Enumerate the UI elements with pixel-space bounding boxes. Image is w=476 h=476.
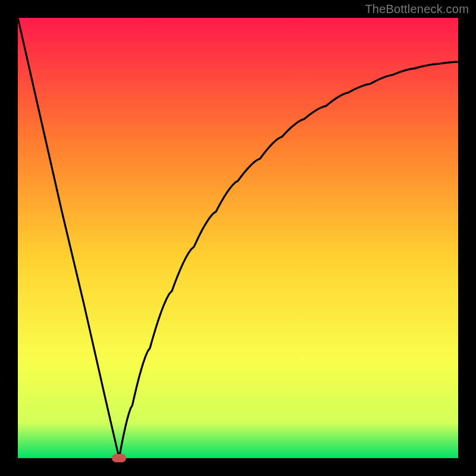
optimum-marker: [112, 454, 126, 462]
bottleneck-chart: [18, 18, 458, 458]
chart-frame: TheBottleneck.com: [0, 0, 476, 476]
watermark-label: TheBottleneck.com: [365, 2, 469, 16]
gradient-background: [18, 18, 458, 458]
